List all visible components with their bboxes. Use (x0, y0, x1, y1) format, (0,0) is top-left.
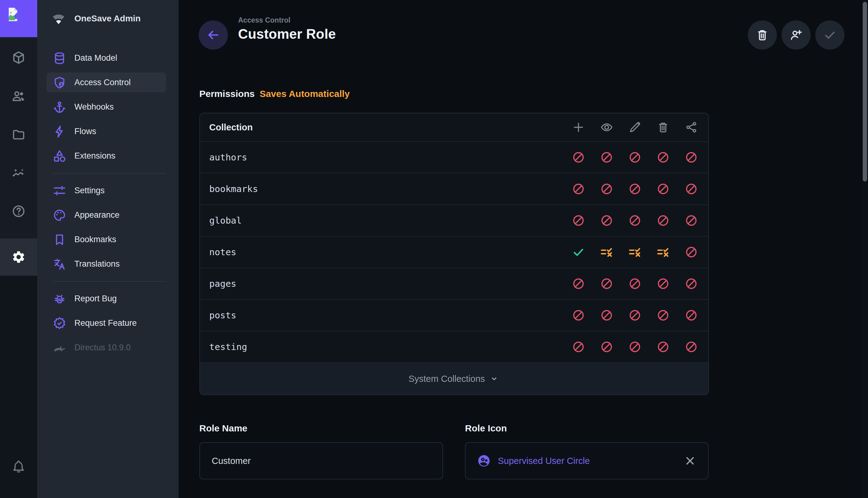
share-permission-toggle[interactable] (677, 151, 705, 164)
share-permission-toggle[interactable] (677, 246, 705, 259)
no-access-block-icon (628, 151, 641, 164)
no-access-block-icon (572, 340, 585, 353)
update-permission-toggle[interactable] (621, 340, 649, 353)
bug-icon (53, 292, 66, 306)
sidebar-item-report-bug[interactable]: Report Bug (37, 287, 179, 311)
no-access-block-icon (572, 309, 585, 322)
project-logo[interactable] (0, 0, 37, 37)
read-permission-toggle[interactable] (592, 214, 621, 227)
person-add-icon (789, 28, 803, 42)
update-permission-toggle[interactable] (621, 214, 649, 227)
notifications-button[interactable] (12, 459, 26, 473)
collection-name: testing (200, 342, 564, 352)
table-row: posts (200, 299, 709, 331)
collection-name: pages (200, 278, 564, 289)
permissions-heading: PermissionsSaves Automatically (199, 89, 350, 99)
settings-module-button[interactable] (12, 250, 26, 264)
content-module-button[interactable] (12, 51, 26, 65)
table-row: notes (200, 236, 709, 267)
update-permission-toggle[interactable] (621, 182, 649, 195)
directus-admin-app: OneSave Admin Data Model (0, 0, 868, 498)
invite-users-button[interactable] (781, 21, 810, 50)
check-icon (823, 28, 837, 42)
sidebar-item-bookmarks[interactable]: Bookmarks (37, 227, 179, 252)
sidebar-item-version[interactable]: Directus 10.9.0 (37, 336, 179, 360)
table-row: bookmarks (200, 173, 709, 205)
sidebar-item-label: Bookmarks (74, 235, 116, 244)
insights-icon (12, 166, 26, 180)
create-permission-toggle[interactable] (564, 340, 592, 353)
read-permission-toggle[interactable] (592, 246, 621, 259)
clear-role-icon-button[interactable] (683, 454, 697, 468)
delete-permission-toggle[interactable] (649, 214, 677, 227)
share-permission-toggle[interactable] (677, 340, 705, 353)
read-permission-toggle[interactable] (592, 277, 621, 290)
delete-permission-toggle[interactable] (649, 277, 677, 290)
sidebar-item-translations[interactable]: Translations (37, 252, 179, 276)
help-icon (12, 204, 26, 218)
sidebar-item-webhooks[interactable]: Webhooks (37, 95, 179, 119)
save-button[interactable] (815, 21, 844, 50)
update-permission-toggle[interactable] (621, 246, 649, 259)
sidebar-item-request-feature[interactable]: Request Feature (37, 311, 179, 336)
directus-rabbit-icon (53, 341, 66, 355)
no-access-block-icon (600, 340, 613, 353)
permissions-table-body: authorsbookmarksglobalnotespagespoststes… (200, 142, 709, 362)
back-button[interactable] (199, 21, 228, 50)
delete-permission-toggle[interactable] (649, 309, 677, 322)
custom-rule-icon (628, 246, 641, 259)
delete-permission-toggle[interactable] (649, 340, 677, 353)
sidebar-item-access-control[interactable]: Access Control (37, 70, 179, 95)
shield-account-icon (53, 76, 66, 90)
sidebar-item-appearance[interactable]: Appearance (37, 203, 179, 227)
create-permission-toggle[interactable] (564, 214, 592, 227)
create-permission-toggle[interactable] (564, 182, 592, 195)
files-module-button[interactable] (12, 127, 26, 142)
insights-module-button[interactable] (12, 166, 26, 180)
delete-permission-toggle[interactable] (649, 182, 677, 195)
collection-name: posts (200, 310, 564, 320)
version-label: Directus 10.9.0 (74, 343, 131, 352)
role-name-input[interactable] (211, 456, 431, 467)
trash-icon (755, 28, 769, 42)
table-row: authors (200, 142, 709, 173)
delete-permission-toggle[interactable] (649, 151, 677, 164)
create-permission-toggle[interactable] (564, 246, 592, 259)
share-permission-toggle[interactable] (677, 182, 705, 195)
read-permission-toggle[interactable] (592, 182, 621, 195)
module-bar (0, 0, 37, 498)
system-collections-toggle[interactable]: System Collections (200, 362, 709, 395)
role-name-field (199, 442, 443, 480)
update-permission-toggle[interactable] (621, 309, 649, 322)
no-access-block-icon (600, 151, 613, 164)
role-icon-field[interactable]: Supervised User Circle (465, 442, 709, 480)
no-access-block-icon (572, 277, 585, 290)
read-permission-toggle[interactable] (592, 309, 621, 322)
content-box-icon (12, 51, 26, 65)
create-permission-toggle[interactable] (564, 309, 592, 322)
share-permission-toggle[interactable] (677, 309, 705, 322)
delete-role-button[interactable] (748, 21, 777, 50)
update-permission-toggle[interactable] (621, 151, 649, 164)
project-info[interactable]: OneSave Admin (37, 0, 179, 37)
sidebar-item-extensions[interactable]: Extensions (37, 144, 179, 168)
sidebar-item-settings[interactable]: Settings (37, 179, 179, 203)
table-row: testing (200, 331, 709, 362)
scrollbar-thumb[interactable] (863, 2, 867, 182)
read-permission-toggle[interactable] (592, 340, 621, 353)
delete-permission-toggle[interactable] (649, 246, 677, 259)
sidebar-item-data-model[interactable]: Data Model (37, 46, 179, 70)
help-module-button[interactable] (12, 204, 26, 218)
update-permission-toggle[interactable] (621, 277, 649, 290)
sidebar-item-flows[interactable]: Flows (37, 119, 179, 144)
create-permission-toggle[interactable] (564, 151, 592, 164)
share-permission-toggle[interactable] (677, 214, 705, 227)
autosave-note: Saves Automatically (259, 89, 350, 99)
scrollbar-track[interactable] (862, 0, 868, 498)
no-access-block-icon (628, 214, 641, 227)
share-permission-toggle[interactable] (677, 277, 705, 290)
read-permission-toggle[interactable] (592, 151, 621, 164)
breadcrumb[interactable]: Access Control (238, 16, 336, 25)
users-module-button[interactable] (12, 89, 26, 103)
create-permission-toggle[interactable] (564, 277, 592, 290)
